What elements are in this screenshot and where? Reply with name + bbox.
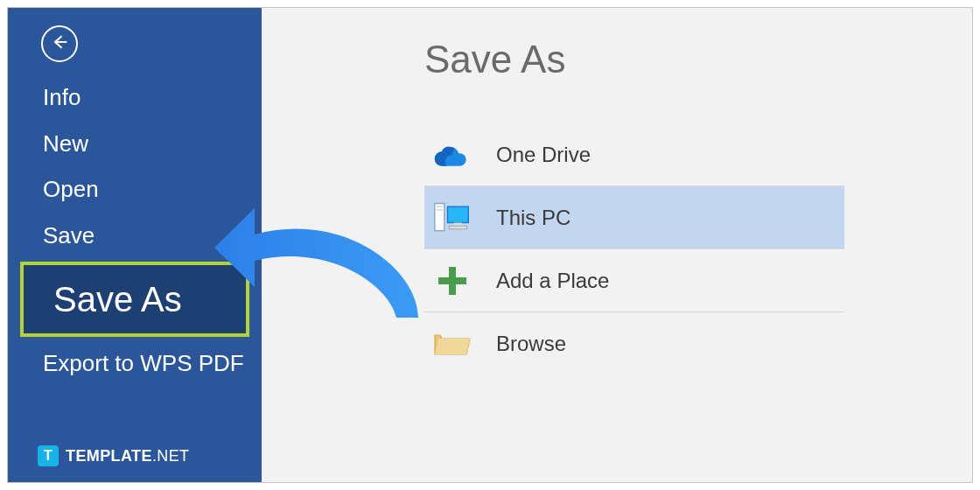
branding-prefix: TEMPLATE <box>66 447 152 465</box>
branding-logo: T TEMPLATE.NET <box>38 445 189 466</box>
page-title: Save As <box>424 38 972 81</box>
template-badge-icon: T <box>38 445 59 466</box>
sidebar-item-export-wps-pdf[interactable]: Export to WPS PDF <box>8 340 262 387</box>
location-label: Browse <box>496 332 566 356</box>
location-add-a-place[interactable]: Add a Place <box>424 249 844 312</box>
svg-rect-0 <box>435 203 444 230</box>
sidebar-item-save[interactable]: Save <box>8 213 262 259</box>
arrow-left-icon <box>51 33 68 54</box>
location-label: This PC <box>496 206 570 230</box>
folder-icon <box>433 325 472 363</box>
location-one-drive[interactable]: One Drive <box>424 123 844 186</box>
location-this-pc[interactable]: This PC <box>424 186 844 249</box>
sidebar-item-info[interactable]: Info <box>8 74 262 121</box>
this-pc-icon <box>433 199 472 237</box>
svg-rect-5 <box>449 226 466 229</box>
back-button[interactable] <box>41 25 78 62</box>
branding-suffix: .NET <box>152 447 190 465</box>
svg-rect-2 <box>437 208 443 210</box>
svg-rect-1 <box>437 206 443 207</box>
add-place-icon <box>433 262 472 300</box>
svg-rect-7 <box>438 277 466 284</box>
location-label: One Drive <box>496 143 591 167</box>
onedrive-icon <box>433 136 472 174</box>
location-list: One Drive This PC <box>424 123 844 375</box>
location-label: Add a Place <box>496 269 609 293</box>
svg-rect-3 <box>448 206 469 222</box>
sidebar-item-open[interactable]: Open <box>8 166 262 213</box>
svg-rect-4 <box>454 222 462 226</box>
save-as-panel: Save As One Drive <box>262 8 972 482</box>
sidebar-item-new[interactable]: New <box>8 121 262 167</box>
sidebar-item-save-as[interactable]: Save As <box>20 262 249 337</box>
backstage-sidebar: Info New Open Save Save As Export to WPS… <box>8 8 262 482</box>
location-browse[interactable]: Browse <box>424 312 844 375</box>
